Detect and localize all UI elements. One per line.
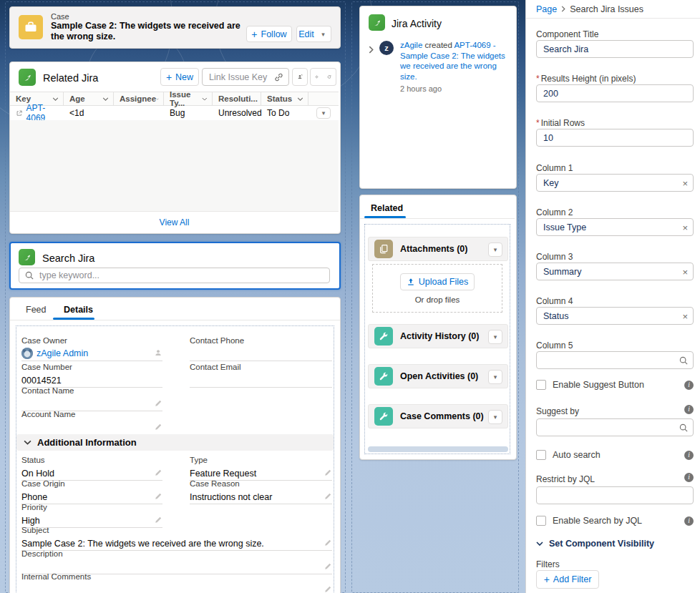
tab-related[interactable]: Related bbox=[371, 203, 403, 213]
edit-pencil-icon[interactable] bbox=[324, 562, 332, 572]
column1-input[interactable] bbox=[536, 174, 694, 192]
chevron-down-icon: ▾ bbox=[321, 31, 325, 38]
file-drop-zone[interactable]: Upload Files Or drop files bbox=[372, 264, 502, 313]
enable-suggest-row: Enable Suggest Button bbox=[536, 380, 644, 390]
column5-field bbox=[536, 351, 694, 369]
clear-icon[interactable]: × bbox=[682, 177, 688, 188]
settings-gear-button[interactable] bbox=[310, 68, 324, 86]
breadcrumb-page-link[interactable]: Page bbox=[536, 4, 557, 14]
info-icon[interactable]: i bbox=[684, 473, 694, 482]
case-actions-dropdown-button[interactable]: ▾ bbox=[316, 26, 331, 42]
edit-button[interactable]: Edit bbox=[296, 26, 316, 42]
case-owner-link[interactable]: zAgile Admin bbox=[37, 348, 88, 358]
column-header-status[interactable]: Status bbox=[261, 92, 308, 105]
column-header-age[interactable]: Age bbox=[64, 92, 114, 105]
set-component-visibility-header[interactable]: Set Component Visibility bbox=[536, 539, 654, 549]
tab-details[interactable]: Details bbox=[64, 305, 93, 315]
enable-suggest-checkbox[interactable] bbox=[536, 380, 546, 390]
column3-input[interactable] bbox=[536, 263, 694, 280]
restrict-jql-input[interactable] bbox=[536, 486, 694, 504]
column5-input[interactable] bbox=[536, 351, 694, 369]
cell-assignee bbox=[114, 106, 164, 120]
view-all-link[interactable]: View All bbox=[160, 217, 190, 227]
initial-rows-input[interactable] bbox=[536, 129, 694, 147]
row-actions-dropdown-button[interactable]: ▾ bbox=[316, 107, 331, 119]
activity-history-actions-dropdown-button[interactable]: ▾ bbox=[488, 330, 502, 344]
upload-files-button[interactable]: Upload Files bbox=[400, 273, 475, 290]
search-icon bbox=[25, 271, 34, 280]
clear-icon[interactable]: × bbox=[682, 266, 688, 277]
edit-pencil-icon[interactable] bbox=[324, 469, 332, 479]
chevron-down-icon: ▾ bbox=[494, 333, 497, 340]
info-icon[interactable]: i bbox=[684, 451, 694, 460]
info-icon[interactable]: i bbox=[684, 405, 694, 414]
edit-pencil-icon[interactable] bbox=[324, 585, 332, 593]
case-comments-actions-dropdown-button[interactable]: ▾ bbox=[488, 410, 502, 424]
related-jira-card: Related Jira + New Key Age Assignee Issu… bbox=[9, 62, 341, 234]
field-internal-comments: Internal Comments bbox=[21, 572, 332, 593]
refresh-button[interactable] bbox=[323, 68, 336, 86]
auto-search-checkbox[interactable] bbox=[536, 450, 546, 460]
edit-pencil-icon[interactable] bbox=[155, 399, 162, 409]
edit-pencil-icon[interactable] bbox=[155, 423, 162, 433]
results-height-label: *Results Height (in pixels) bbox=[536, 74, 636, 84]
column-header-issue-type[interactable]: Issue Ty... bbox=[164, 92, 213, 105]
chevron-down-icon: ▾ bbox=[494, 246, 497, 253]
activity-history-list-header[interactable]: Activity History (0) ▾ bbox=[368, 324, 508, 348]
page-title: Sample Case 2: The widgets we received a… bbox=[51, 21, 250, 42]
search-jira-card[interactable]: Search Jira bbox=[9, 242, 341, 290]
section-additional-information[interactable]: Additional Information bbox=[16, 434, 334, 451]
activity-user-link[interactable]: zAgile bbox=[400, 41, 422, 49]
column3-label: Column 3 bbox=[536, 252, 573, 262]
open-activities-list-header[interactable]: Open Activities (0) ▾ bbox=[368, 364, 508, 388]
breadcrumb: Page Search Jira Issues bbox=[536, 4, 643, 14]
suggest-by-input[interactable] bbox=[536, 418, 694, 436]
auto-search-row: Auto search bbox=[536, 450, 601, 460]
column2-field: × bbox=[536, 218, 694, 236]
column3-field: × bbox=[536, 263, 694, 280]
clear-icon[interactable]: × bbox=[682, 310, 688, 321]
cell-age: <1d bbox=[64, 106, 114, 120]
attachments-actions-dropdown-button[interactable]: ▾ bbox=[488, 242, 502, 257]
change-owner-icon[interactable] bbox=[154, 348, 162, 359]
keyword-search-field bbox=[19, 268, 330, 283]
attachments-list-header[interactable]: Attachments (0) ▾ bbox=[368, 237, 508, 261]
horizontal-scrollbar[interactable] bbox=[368, 446, 508, 452]
activity-action-text: created bbox=[422, 41, 454, 49]
column-header-assignee[interactable]: Assignee bbox=[114, 92, 164, 105]
column2-input[interactable] bbox=[536, 218, 694, 236]
expand-chevron-icon[interactable] bbox=[369, 44, 374, 57]
follow-button[interactable]: + Follow bbox=[246, 26, 292, 42]
related-panel-card: Related Attachments (0) ▾ Upload Files O… bbox=[359, 195, 517, 460]
case-comments-list-header[interactable]: Case Comments (0) ▾ bbox=[368, 404, 508, 428]
link-icon[interactable] bbox=[274, 72, 283, 82]
edit-pencil-icon[interactable] bbox=[324, 492, 332, 502]
chevron-down-icon bbox=[24, 440, 31, 445]
external-link-icon[interactable] bbox=[16, 109, 23, 117]
field-case-reason: Case Reason Instructions not clear bbox=[190, 479, 332, 504]
clear-icon[interactable]: × bbox=[682, 222, 688, 232]
required-asterisk: * bbox=[536, 118, 540, 128]
edit-pencil-icon[interactable] bbox=[155, 469, 162, 479]
results-height-input[interactable] bbox=[536, 84, 694, 102]
assign-user-button[interactable] bbox=[292, 68, 308, 86]
upload-icon bbox=[407, 278, 415, 286]
open-activities-actions-dropdown-button[interactable]: ▾ bbox=[488, 370, 502, 384]
edit-pencil-icon[interactable] bbox=[155, 516, 162, 526]
column4-input[interactable] bbox=[536, 307, 694, 325]
chevron-down-icon: ▾ bbox=[494, 373, 497, 381]
keyword-search-input[interactable] bbox=[19, 268, 330, 283]
column-header-resolution[interactable]: Resoluti... bbox=[213, 92, 261, 105]
info-icon[interactable]: i bbox=[684, 516, 694, 526]
tab-feed[interactable]: Feed bbox=[26, 305, 47, 315]
new-issue-button[interactable]: + New bbox=[160, 68, 199, 86]
column-header-actions bbox=[308, 92, 339, 105]
edit-pencil-icon[interactable] bbox=[155, 492, 162, 502]
chevron-down-icon bbox=[52, 97, 59, 101]
info-icon[interactable]: i bbox=[684, 381, 694, 390]
field-priority: Priority High bbox=[21, 503, 162, 528]
add-filter-button[interactable]: + Add Filter bbox=[536, 570, 599, 589]
enable-search-jql-checkbox[interactable] bbox=[536, 516, 546, 526]
edit-pencil-icon[interactable] bbox=[324, 539, 332, 549]
component-title-input[interactable] bbox=[536, 40, 694, 58]
